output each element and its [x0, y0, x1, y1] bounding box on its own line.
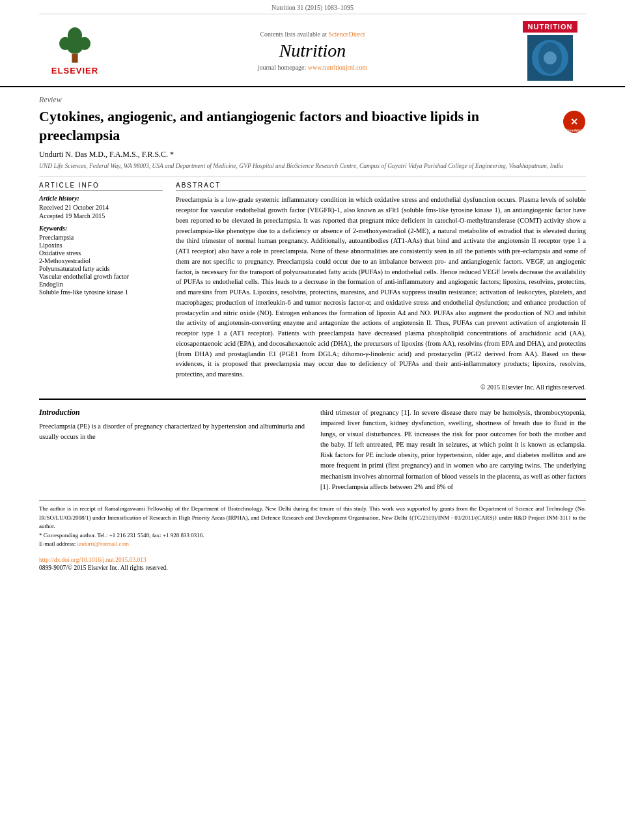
elsevier-wordmark: ELSEVIER	[51, 66, 98, 76]
citation-text: Nutrition 31 (2015) 1083–1095	[271, 4, 354, 11]
nutrition-badge: NUTRITION	[523, 21, 578, 33]
journal-cover-image	[527, 35, 573, 81]
affiliation: UND Life Sciences, Federal Way, WA 98003…	[39, 162, 586, 171]
authors: Undurti N. Das M.D., F.A.M.S., F.R.S.C. …	[39, 150, 586, 160]
journal-info-center: Contents lists available at ScienceDirec…	[111, 31, 514, 71]
journal-homepage: journal homepage: www.nutritionjrnl.com	[111, 64, 514, 71]
body-col-left: Introduction Preeclampsia (PE) is a diso…	[39, 408, 305, 492]
keyword-5: Polyunsaturated fatty acids	[39, 265, 163, 272]
article-info-col: ARTICLE INFO Article history: Received 2…	[39, 182, 163, 391]
keyword-3: Oxidative stress	[39, 249, 163, 257]
svg-point-4	[66, 38, 83, 53]
keyword-6: Vascular endothelial growth factor	[39, 273, 163, 280]
info-abstract-section: ARTICLE INFO Article history: Received 2…	[39, 182, 586, 391]
section-label: Review	[39, 95, 586, 105]
citation-bar: Nutrition 31 (2015) 1083–1095	[39, 0, 586, 14]
svg-text:✕: ✕	[570, 117, 578, 127]
elsevier-logo-area: ELSEVIER	[39, 27, 111, 76]
body-section: Introduction Preeclampsia (PE) is a diso…	[0, 400, 625, 500]
elsevier-tree-icon	[49, 27, 101, 66]
funding-footnote: The author is in receipt of Ramalingaswa…	[39, 505, 586, 531]
abstract-text: Preeclampsia is a low-grade systemic inf…	[176, 195, 586, 380]
keyword-8: Soluble fms-like tyrosine kinase 1	[39, 288, 163, 296]
email-link[interactable]: undurti@hotmail.com	[77, 540, 129, 547]
svg-point-5	[73, 53, 77, 57]
svg-text:CrossMark: CrossMark	[566, 128, 583, 132]
sciencedirect-link[interactable]: ScienceDirect	[328, 31, 365, 38]
received-date: Received 21 October 2014	[39, 204, 163, 211]
elsevier-logo: ELSEVIER	[39, 27, 111, 76]
page: Nutrition 31 (2015) 1083–1095 ELSEVIER	[0, 0, 625, 840]
keyword-2: Lipoxins	[39, 242, 163, 249]
intro-text-right: third trimester of pregnancy [1]. In sev…	[320, 408, 586, 492]
keyword-1: Preeclampsia	[39, 234, 163, 241]
article-title: Cytokines, angiogenic, and antiangiogeni…	[39, 107, 562, 145]
history-label: Article history:	[39, 195, 163, 202]
svg-point-9	[544, 51, 557, 64]
journal-header: ELSEVIER Contents lists available at Sci…	[0, 14, 625, 87]
keywords-label: Keywords:	[39, 225, 163, 232]
journal-cover: NUTRITION	[514, 21, 586, 81]
homepage-link[interactable]: www.nutritionjrnl.com	[308, 64, 368, 71]
abstract-col: ABSTRACT Preeclampsia is a low-grade sys…	[176, 182, 586, 391]
keyword-4: 2-Methoxyestradiol	[39, 257, 163, 264]
journal-title: Nutrition	[111, 40, 514, 61]
intro-text-left: Preeclampsia (PE) is a disorder of pregn…	[39, 421, 305, 443]
issn-text: 0899-9007/© 2015 Elsevier Inc. All right…	[39, 565, 586, 571]
copyright-line: © 2015 Elsevier Inc. All rights reserved…	[176, 384, 586, 391]
introduction-heading: Introduction	[39, 408, 305, 417]
contents-line: Contents lists available at ScienceDirec…	[111, 31, 514, 38]
email-footnote: E-mail address: undurti@hotmail.com	[39, 540, 586, 549]
article-title-area: Cytokines, angiogenic, and antiangiogeni…	[39, 107, 586, 145]
article-info-heading: ARTICLE INFO	[39, 182, 163, 191]
doi-link[interactable]: http://dx.doi.org/10.1016/j.nut.2015.03.…	[39, 557, 586, 563]
keyword-7: Endoglin	[39, 281, 163, 288]
accepted-date: Accepted 19 March 2015	[39, 212, 163, 219]
body-col-right: third trimester of pregnancy [1]. In sev…	[320, 408, 586, 492]
main-content: Review Cytokines, angiogenic, and antian…	[0, 87, 625, 391]
footnote-area: The author is in receipt of Ramalingaswa…	[39, 500, 586, 553]
crossmark-icon: ✕ CrossMark	[562, 110, 586, 133]
corresponding-footnote: * Corresponding author. Tel.: +1 216 231…	[39, 531, 586, 540]
author-name: Undurti N. Das M.D., F.A.M.S., F.R.S.C. …	[39, 150, 174, 159]
abstract-heading: ABSTRACT	[176, 182, 586, 191]
bottom-links: http://dx.doi.org/10.1016/j.nut.2015.03.…	[0, 553, 625, 575]
corresponding-note: * Corresponding author. Tel.: +1 216 231…	[39, 532, 204, 539]
separator	[39, 176, 586, 176]
keywords-list: Preeclampsia Lipoxins Oxidative stress 2…	[39, 234, 163, 296]
